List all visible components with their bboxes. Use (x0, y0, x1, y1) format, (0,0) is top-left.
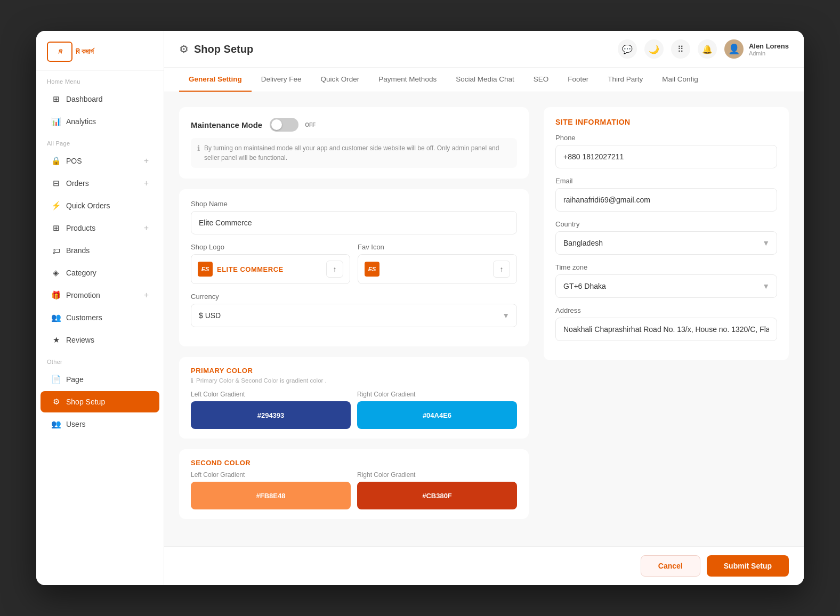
sidebar-item-label: Brands (66, 246, 90, 255)
orders-icon: ⊟ (51, 179, 61, 188)
header-actions: 💬 🌙 ⠿ 🔔 👤 Alen Lorens Admin (618, 39, 789, 59)
sidebar-item-orders[interactable]: ⊟ Orders + (41, 173, 159, 194)
dark-mode-button[interactable]: 🌙 (644, 39, 664, 59)
second-left-label: Left Color Gradient (191, 471, 351, 479)
second-right-swatch[interactable]: #CB380F (357, 482, 517, 509)
toggle-label: OFF (305, 122, 316, 128)
dashboard-icon: ⊞ (51, 94, 61, 104)
sidebar-item-label: POS (66, 157, 82, 165)
shop-logo-label: Shop Logo (191, 243, 350, 251)
products-icon: ⊞ (51, 223, 61, 233)
sidebar-section-all: All Page (36, 133, 164, 150)
tab-seo[interactable]: SEO (524, 68, 559, 92)
second-left-swatch[interactable]: #FB8E48 (191, 482, 351, 509)
currency-select[interactable]: $ USD € EUR £ GBP (191, 304, 517, 327)
sidebar-item-label: Dashboard (66, 95, 103, 103)
tab-footer[interactable]: Footer (558, 68, 598, 92)
primary-right-swatch[interactable]: #04A4E6 (357, 401, 517, 429)
sidebar-item-label: Customers (66, 313, 102, 322)
address-label: Address (555, 306, 777, 314)
country-label: Country (555, 220, 777, 228)
tab-quick-order[interactable]: Quick Order (311, 68, 369, 92)
quick-orders-icon: ⚡ (51, 201, 61, 210)
category-icon: ◈ (51, 268, 61, 278)
info-icon: ℹ (197, 144, 200, 152)
maintenance-info: ℹ By turning on maintained mode all your… (191, 138, 517, 168)
sidebar: বি বি কমার্স Home Menu ⊞ Dashboard 📊 Ana… (36, 31, 164, 585)
logo-preview-text: ELITE COMMERCE (217, 265, 284, 273)
sidebar-item-products[interactable]: ⊞ Products + (41, 217, 159, 239)
sidebar-item-dashboard[interactable]: ⊞ Dashboard (41, 88, 159, 110)
toggle-area[interactable]: OFF (270, 118, 316, 132)
cancel-button[interactable]: Cancel (641, 555, 700, 577)
tab-mail-config[interactable]: Mail Config (652, 68, 708, 92)
site-info-title: SITE INFORMATION (555, 118, 777, 126)
phone-group: Phone (555, 134, 777, 168)
page-icon: 📄 (51, 375, 61, 384)
brands-icon: 🏷 (51, 246, 61, 255)
timezone-select[interactable]: GT+6 Dhaka GT+0 UTC (555, 274, 777, 298)
fav-es-badge: ES (365, 262, 379, 277)
logo-es-badge: ES (198, 262, 213, 277)
pos-icon: 🔒 (51, 156, 61, 166)
sidebar-item-category[interactable]: ◈ Category (41, 262, 159, 283)
tab-payment-methods[interactable]: Payment Methods (369, 68, 446, 92)
email-input[interactable] (555, 188, 777, 212)
apps-button[interactable]: ⠿ (671, 39, 690, 59)
sidebar-item-quick-orders[interactable]: ⚡ Quick Orders (41, 195, 159, 216)
fav-upload-button[interactable]: ↑ (493, 261, 510, 278)
country-select[interactable]: Bangladesh India United States (555, 231, 777, 255)
users-icon: 👥 (51, 419, 61, 429)
fav-icon-upload[interactable]: ES ↑ (358, 254, 517, 284)
app-logo-text: বি কমার্স (76, 47, 94, 56)
logo-upload-button[interactable]: ↑ (326, 261, 343, 278)
tab-social-media-chat[interactable]: Social Media Chat (446, 68, 524, 92)
sidebar-item-label: Users (66, 420, 86, 428)
second-right-group: Right Color Gradient #CB380F (357, 471, 517, 509)
submit-button[interactable]: Submit Setup (707, 555, 789, 577)
address-input[interactable] (555, 318, 777, 341)
app-logo-icon: বি (47, 42, 72, 62)
footer-actions: Cancel Submit Setup (164, 546, 804, 585)
second-left-group: Left Color Gradient #FB8E48 (191, 471, 351, 509)
notification-button[interactable]: 🔔 (698, 39, 717, 59)
sidebar-item-customers[interactable]: 👥 Customers (41, 307, 159, 328)
sidebar-item-analytics[interactable]: 📊 Analytics (41, 111, 159, 132)
top-header: ⚙ Shop Setup 💬 🌙 ⠿ 🔔 👤 Alen Lorens Admin (164, 31, 804, 68)
sidebar-item-label: Analytics (66, 117, 96, 126)
promotion-icon: 🎁 (51, 290, 61, 300)
sidebar-item-label: Page (66, 375, 84, 384)
sidebar-item-promotion[interactable]: 🎁 Promotion + (41, 285, 159, 306)
primary-color-card: PRIMARY COLOR ℹ Primary Color & Second C… (179, 357, 529, 439)
shop-name-input[interactable] (191, 211, 517, 234)
primary-left-label: Left Color Gradient (191, 391, 351, 398)
sidebar-item-shop-setup[interactable]: ⚙ Shop Setup (41, 391, 159, 412)
primary-color-subtitle: ℹ Primary Color & Second Color is gradie… (191, 377, 517, 384)
gear-icon: ⚙ (179, 43, 189, 55)
sidebar-item-reviews[interactable]: ★ Reviews (41, 329, 159, 351)
customers-icon: 👥 (51, 313, 61, 322)
sidebar-item-pos[interactable]: 🔒 POS + (41, 150, 159, 172)
country-group: Country Bangladesh India United States ▼ (555, 220, 777, 255)
tab-delivery-fee[interactable]: Delivery Fee (252, 68, 311, 92)
currency-select-wrapper: $ USD € EUR £ GBP ▼ (191, 304, 517, 327)
plus-icon: + (144, 290, 149, 300)
tab-third-party[interactable]: Third Party (598, 68, 652, 92)
toggle-track[interactable] (270, 118, 298, 132)
primary-color-title: PRIMARY COLOR (191, 367, 517, 375)
sidebar-item-page[interactable]: 📄 Page (41, 369, 159, 390)
sidebar-item-users[interactable]: 👥 Users (41, 414, 159, 435)
page-title-area: ⚙ Shop Setup (179, 43, 253, 55)
timezone-label: Time zone (555, 263, 777, 271)
sidebar-item-label: Promotion (66, 291, 100, 299)
chat-button[interactable]: 💬 (618, 39, 637, 59)
sidebar-item-brands[interactable]: 🏷 Brands (41, 240, 159, 261)
shop-logo-upload[interactable]: ES ELITE COMMERCE ↑ (191, 254, 350, 284)
shop-name-label: Shop Name (191, 200, 517, 208)
timezone-select-wrapper: GT+6 Dhaka GT+0 UTC ▼ (555, 274, 777, 298)
page-title: Shop Setup (194, 43, 253, 55)
primary-left-swatch[interactable]: #294393 (191, 401, 351, 429)
user-info[interactable]: 👤 Alen Lorens Admin (724, 39, 789, 59)
tab-general-setting[interactable]: General Setting (179, 68, 252, 92)
phone-input[interactable] (555, 145, 777, 168)
